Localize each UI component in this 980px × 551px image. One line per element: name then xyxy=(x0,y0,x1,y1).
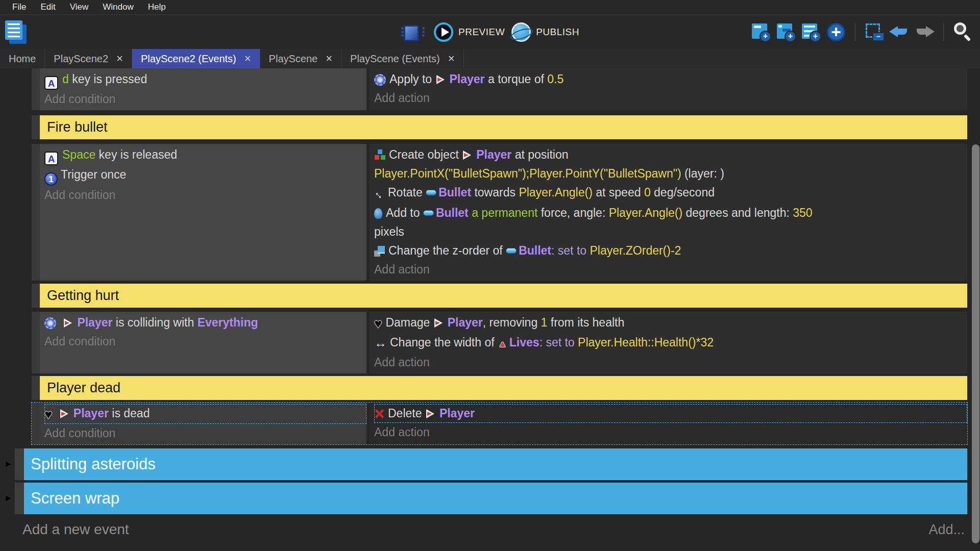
condition-line[interactable]: Ad key is pressed xyxy=(44,70,366,90)
text-segment: from its health xyxy=(547,316,624,329)
width-icon: ↔ xyxy=(374,334,387,353)
trigger-once-icon: 1 xyxy=(44,172,58,186)
group-bar[interactable]: Splitting asteroids xyxy=(24,448,967,480)
comment-bar[interactable]: Fire bullet xyxy=(40,115,967,139)
player-ship-icon xyxy=(425,409,436,419)
condition-line[interactable]: Player is colliding with Everything xyxy=(44,313,366,332)
preview-button[interactable]: PREVIEW xyxy=(434,22,505,42)
collapse-arrow-icon[interactable]: ▶ xyxy=(6,483,15,514)
close-icon[interactable]: × xyxy=(448,53,455,64)
text-segment: a permanent xyxy=(469,206,541,219)
bullet-icon xyxy=(426,190,436,195)
comment-row: Fire bullet xyxy=(32,115,967,139)
text-segment: degrees and length: xyxy=(682,206,793,219)
add-condition-button[interactable]: Add condition xyxy=(44,186,366,205)
action-lines: Delete Player xyxy=(374,404,967,423)
add-action-button[interactable]: Add action xyxy=(374,423,967,442)
comment-bar[interactable]: Player dead xyxy=(40,376,967,400)
event-row[interactable]: Ad key is pressedAdd conditionApply to P… xyxy=(32,68,967,110)
add-action-button[interactable]: Add action xyxy=(374,89,967,108)
add-action-button[interactable]: Add action xyxy=(374,260,967,279)
tab-label: PlayScene (Events) xyxy=(350,53,440,65)
text-segment: at position xyxy=(511,148,568,161)
redo-icon[interactable] xyxy=(914,22,935,42)
action-line[interactable]: Change the z-order of Bullet: set to Pla… xyxy=(374,241,967,260)
text-segment: Player xyxy=(476,148,511,161)
undo-icon[interactable] xyxy=(889,22,910,42)
text-segment: Delete xyxy=(388,407,425,420)
condition-line[interactable]: 1Trigger once xyxy=(44,165,366,186)
condition-line[interactable]: ♥ Player is dead xyxy=(44,404,366,424)
event-row[interactable]: ASpace key is released1Trigger onceAdd c… xyxy=(32,144,967,281)
add-event-icon[interactable] xyxy=(751,22,771,42)
text-segment: Player.ZOrder()-2 xyxy=(590,244,681,257)
close-icon[interactable]: × xyxy=(244,53,251,64)
debug-icon[interactable] xyxy=(401,22,420,42)
text-segment: Apply to xyxy=(389,72,435,86)
condition-line[interactable]: ASpace key is released xyxy=(44,145,366,165)
text-segment: key is released xyxy=(95,148,177,161)
menu-file[interactable]: File xyxy=(5,2,33,12)
vertical-scrollbar[interactable] xyxy=(972,144,979,543)
text-segment: Player xyxy=(77,316,112,329)
menu-edit[interactable]: Edit xyxy=(33,2,62,12)
action-line[interactable]: ↔Change the width of ▲Lives: set to Play… xyxy=(374,333,967,353)
select-events-icon[interactable] xyxy=(864,22,885,42)
add-new-event-button[interactable]: Add a new event xyxy=(22,521,129,538)
event-gutter xyxy=(32,144,40,281)
add-condition-button[interactable]: Add condition xyxy=(44,424,366,443)
text-segment: , removing xyxy=(483,316,541,329)
text-segment: Bullet xyxy=(519,244,551,257)
action-line[interactable]: Delete Player xyxy=(374,404,967,423)
publish-button[interactable]: PUBLISH xyxy=(511,22,579,42)
event-row[interactable]: Player is colliding with EverythingAdd c… xyxy=(32,312,967,373)
player-ship-icon xyxy=(59,409,70,419)
action-line[interactable]: Add to Bullet a permanent force, angle: … xyxy=(374,204,967,241)
add-condition-button[interactable]: Add condition xyxy=(44,332,366,351)
add-more-button[interactable]: Add... xyxy=(928,522,965,538)
tab-playscene[interactable]: PlayScene× xyxy=(260,49,341,68)
text-segment: is colliding with xyxy=(112,316,197,329)
tab-playscene2-events[interactable]: PlayScene2 (Events)× xyxy=(132,49,260,68)
create-object-icon xyxy=(374,149,386,161)
menu-help[interactable]: Help xyxy=(141,2,173,12)
event-row[interactable]: ♥ Player is deadAdd conditionDelete Play… xyxy=(32,403,967,444)
text-segment: Everything xyxy=(198,316,258,329)
group-gutter xyxy=(15,483,24,514)
group-row: ▶Splitting asteroids xyxy=(6,448,967,480)
action-line[interactable]: ♥Damage Player, removing 1 from its heal… xyxy=(374,313,967,333)
action-line[interactable]: Apply to Player a torque of 0.5 xyxy=(374,70,967,89)
text-segment: Change the width of xyxy=(390,336,498,349)
action-line[interactable]: Create object Player at positionPlayer.P… xyxy=(374,145,967,183)
menu-bar: FileEditViewWindowHelp xyxy=(0,0,980,15)
tab-playscene-events[interactable]: PlayScene (Events)× xyxy=(341,49,464,68)
actions-cell: ♥Damage Player, removing 1 from its heal… xyxy=(370,312,967,373)
text-segment: towards xyxy=(471,186,519,199)
add-action-button[interactable]: Add action xyxy=(374,353,967,372)
text-segment: a torque of xyxy=(485,72,548,86)
menu-view[interactable]: View xyxy=(63,2,96,12)
search-icon[interactable] xyxy=(952,22,973,42)
action-line[interactable]: ↔Rotate Bullet towards Player.Angle() at… xyxy=(374,183,967,204)
text-segment: Trigger once xyxy=(61,168,126,181)
event-gutter xyxy=(32,284,40,308)
text-segment: Player xyxy=(450,72,485,86)
comment-bar[interactable]: Getting hurt xyxy=(40,284,967,308)
text-segment: Player xyxy=(448,316,483,329)
tab-playscene2[interactable]: PlayScene2× xyxy=(45,49,132,68)
close-icon[interactable]: × xyxy=(116,53,123,64)
conditions-cell: ♥ Player is deadAdd condition xyxy=(40,403,366,444)
text-segment: Player.Angle() xyxy=(519,186,592,199)
close-icon[interactable]: × xyxy=(326,53,332,64)
collapse-arrow-icon[interactable]: ▶ xyxy=(6,448,15,480)
menu-window[interactable]: Window xyxy=(95,2,140,12)
group-bar[interactable]: Screen wrap xyxy=(24,483,967,514)
tab-home[interactable]: Home xyxy=(0,49,45,68)
add-something-icon[interactable] xyxy=(826,22,846,42)
delete-icon xyxy=(374,408,384,419)
text-segment: Lives xyxy=(509,336,540,349)
add-condition-button[interactable]: Add condition xyxy=(44,90,366,109)
add-comment-icon[interactable] xyxy=(801,22,821,42)
gdevelop-logo-icon[interactable] xyxy=(5,20,27,44)
add-subevent-icon[interactable] xyxy=(776,22,796,42)
